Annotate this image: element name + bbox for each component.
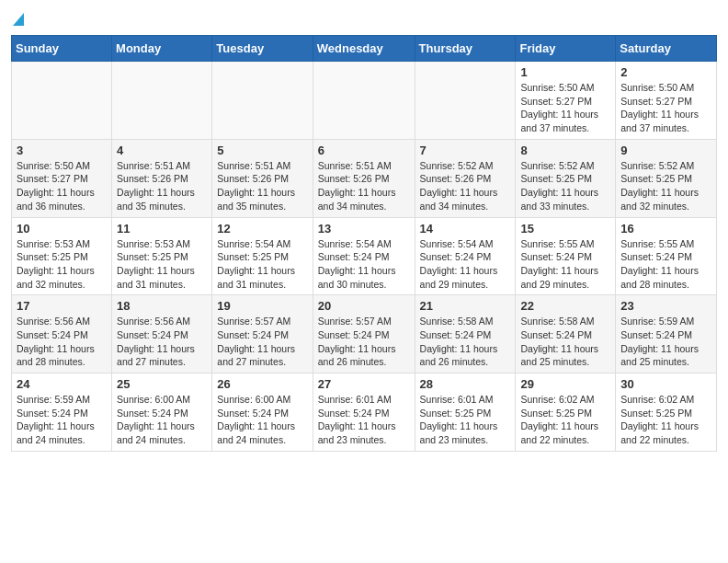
weekday-header-tuesday: Tuesday — [212, 36, 313, 62]
calendar-cell: 18Sunrise: 5:56 AM Sunset: 5:24 PM Dayli… — [112, 295, 212, 373]
calendar-week-3: 10Sunrise: 5:53 AM Sunset: 5:25 PM Dayli… — [12, 217, 717, 295]
day-info: Sunrise: 6:00 AM Sunset: 5:24 PM Dayligh… — [117, 393, 207, 447]
weekday-header-wednesday: Wednesday — [313, 36, 415, 62]
calendar-cell: 20Sunrise: 5:57 AM Sunset: 5:24 PM Dayli… — [313, 295, 415, 373]
calendar-week-4: 17Sunrise: 5:56 AM Sunset: 5:24 PM Dayli… — [12, 295, 717, 373]
day-number: 4 — [117, 144, 207, 157]
day-info: Sunrise: 5:56 AM Sunset: 5:24 PM Dayligh… — [117, 315, 207, 369]
calendar-cell: 12Sunrise: 5:54 AM Sunset: 5:25 PM Dayli… — [212, 217, 313, 295]
calendar-cell: 26Sunrise: 6:00 AM Sunset: 5:24 PM Dayli… — [212, 373, 313, 452]
calendar-cell: 23Sunrise: 5:59 AM Sunset: 5:24 PM Dayli… — [616, 295, 717, 373]
day-number: 12 — [217, 222, 307, 236]
day-number: 27 — [318, 377, 410, 391]
day-number: 11 — [117, 222, 207, 236]
day-number: 26 — [217, 377, 307, 391]
day-info: Sunrise: 5:50 AM Sunset: 5:27 PM Dayligh… — [17, 159, 107, 213]
day-number: 10 — [17, 222, 107, 236]
weekday-header-thursday: Thursday — [415, 36, 516, 62]
day-number: 8 — [520, 144, 610, 157]
day-number: 24 — [17, 377, 107, 391]
calendar-cell: 13Sunrise: 5:54 AM Sunset: 5:24 PM Dayli… — [313, 217, 415, 295]
calendar-cell: 3Sunrise: 5:50 AM Sunset: 5:27 PM Daylig… — [12, 139, 112, 217]
calendar-cell: 27Sunrise: 6:01 AM Sunset: 5:24 PM Dayli… — [313, 373, 415, 452]
day-number: 17 — [17, 299, 107, 313]
day-info: Sunrise: 6:02 AM Sunset: 5:25 PM Dayligh… — [620, 393, 711, 447]
calendar-cell: 28Sunrise: 6:01 AM Sunset: 5:25 PM Dayli… — [415, 373, 516, 452]
logo-triangle-icon — [13, 13, 24, 26]
calendar-cell: 25Sunrise: 6:00 AM Sunset: 5:24 PM Dayli… — [112, 373, 212, 452]
day-number: 20 — [318, 299, 410, 313]
calendar-table: SundayMondayTuesdayWednesdayThursdayFrid… — [11, 35, 717, 452]
logo — [11, 13, 24, 28]
calendar-cell — [112, 62, 212, 140]
day-number: 15 — [520, 222, 610, 236]
calendar-cell: 9Sunrise: 5:52 AM Sunset: 5:25 PM Daylig… — [616, 139, 717, 217]
header — [11, 9, 717, 28]
day-info: Sunrise: 5:58 AM Sunset: 5:24 PM Dayligh… — [420, 315, 511, 369]
calendar-cell: 22Sunrise: 5:58 AM Sunset: 5:24 PM Dayli… — [516, 295, 616, 373]
day-info: Sunrise: 5:53 AM Sunset: 5:25 PM Dayligh… — [17, 237, 107, 292]
day-info: Sunrise: 5:54 AM Sunset: 5:25 PM Dayligh… — [217, 237, 307, 292]
calendar-cell: 7Sunrise: 5:52 AM Sunset: 5:26 PM Daylig… — [415, 139, 516, 217]
day-number: 30 — [620, 377, 711, 391]
calendar-cell: 24Sunrise: 5:59 AM Sunset: 5:24 PM Dayli… — [12, 373, 112, 452]
weekday-header-row: SundayMondayTuesdayWednesdayThursdayFrid… — [12, 36, 717, 62]
day-info: Sunrise: 6:01 AM Sunset: 5:24 PM Dayligh… — [318, 393, 410, 447]
day-info: Sunrise: 5:59 AM Sunset: 5:24 PM Dayligh… — [620, 315, 711, 369]
day-info: Sunrise: 6:00 AM Sunset: 5:24 PM Dayligh… — [217, 393, 307, 447]
calendar-cell: 14Sunrise: 5:54 AM Sunset: 5:24 PM Dayli… — [415, 217, 516, 295]
calendar-cell: 30Sunrise: 6:02 AM Sunset: 5:25 PM Dayli… — [616, 373, 717, 452]
day-info: Sunrise: 5:53 AM Sunset: 5:25 PM Dayligh… — [117, 237, 207, 292]
day-number: 25 — [117, 377, 207, 391]
day-info: Sunrise: 5:51 AM Sunset: 5:26 PM Dayligh… — [117, 159, 207, 213]
day-info: Sunrise: 5:55 AM Sunset: 5:24 PM Dayligh… — [620, 237, 711, 292]
day-info: Sunrise: 5:59 AM Sunset: 5:24 PM Dayligh… — [17, 393, 107, 447]
day-number: 3 — [17, 144, 107, 157]
calendar-cell: 15Sunrise: 5:55 AM Sunset: 5:24 PM Dayli… — [516, 217, 616, 295]
day-number: 1 — [520, 65, 610, 79]
day-info: Sunrise: 5:52 AM Sunset: 5:25 PM Dayligh… — [620, 159, 711, 213]
day-number: 23 — [620, 299, 711, 313]
weekday-header-monday: Monday — [112, 36, 212, 62]
day-number: 28 — [420, 377, 511, 391]
calendar-cell: 5Sunrise: 5:51 AM Sunset: 5:26 PM Daylig… — [212, 139, 313, 217]
calendar-cell: 6Sunrise: 5:51 AM Sunset: 5:26 PM Daylig… — [313, 139, 415, 217]
calendar-cell — [313, 62, 415, 140]
calendar-cell: 4Sunrise: 5:51 AM Sunset: 5:26 PM Daylig… — [112, 139, 212, 217]
day-info: Sunrise: 5:52 AM Sunset: 5:26 PM Dayligh… — [420, 159, 511, 213]
day-info: Sunrise: 5:54 AM Sunset: 5:24 PM Dayligh… — [420, 237, 511, 292]
day-number: 21 — [420, 299, 511, 313]
calendar-cell — [415, 62, 516, 140]
day-info: Sunrise: 5:56 AM Sunset: 5:24 PM Dayligh… — [17, 315, 107, 369]
day-number: 9 — [620, 144, 711, 157]
day-info: Sunrise: 5:52 AM Sunset: 5:25 PM Dayligh… — [520, 159, 610, 213]
day-info: Sunrise: 5:55 AM Sunset: 5:24 PM Dayligh… — [520, 237, 610, 292]
calendar-cell: 17Sunrise: 5:56 AM Sunset: 5:24 PM Dayli… — [12, 295, 112, 373]
day-info: Sunrise: 5:57 AM Sunset: 5:24 PM Dayligh… — [318, 315, 410, 369]
calendar-cell: 21Sunrise: 5:58 AM Sunset: 5:24 PM Dayli… — [415, 295, 516, 373]
calendar-cell — [212, 62, 313, 140]
calendar-cell: 8Sunrise: 5:52 AM Sunset: 5:25 PM Daylig… — [516, 139, 616, 217]
day-number: 29 — [520, 377, 610, 391]
day-number: 5 — [217, 144, 307, 157]
day-info: Sunrise: 5:51 AM Sunset: 5:26 PM Dayligh… — [217, 159, 307, 213]
calendar-week-2: 3Sunrise: 5:50 AM Sunset: 5:27 PM Daylig… — [12, 139, 717, 217]
day-number: 18 — [117, 299, 207, 313]
calendar-cell: 16Sunrise: 5:55 AM Sunset: 5:24 PM Dayli… — [616, 217, 717, 295]
day-info: Sunrise: 5:54 AM Sunset: 5:24 PM Dayligh… — [318, 237, 410, 292]
weekday-header-friday: Friday — [516, 36, 616, 62]
day-number: 19 — [217, 299, 307, 313]
day-info: Sunrise: 5:51 AM Sunset: 5:26 PM Dayligh… — [318, 159, 410, 213]
day-info: Sunrise: 6:02 AM Sunset: 5:25 PM Dayligh… — [520, 393, 610, 447]
day-info: Sunrise: 6:01 AM Sunset: 5:25 PM Dayligh… — [420, 393, 511, 447]
calendar-cell: 29Sunrise: 6:02 AM Sunset: 5:25 PM Dayli… — [516, 373, 616, 452]
day-number: 6 — [318, 144, 410, 157]
calendar-cell: 1Sunrise: 5:50 AM Sunset: 5:27 PM Daylig… — [516, 62, 616, 140]
day-number: 22 — [520, 299, 610, 313]
day-number: 16 — [620, 222, 711, 236]
calendar-cell — [12, 62, 112, 140]
calendar-cell: 2Sunrise: 5:50 AM Sunset: 5:27 PM Daylig… — [616, 62, 717, 140]
calendar-cell: 10Sunrise: 5:53 AM Sunset: 5:25 PM Dayli… — [12, 217, 112, 295]
day-number: 13 — [318, 222, 410, 236]
day-number: 2 — [620, 65, 711, 79]
